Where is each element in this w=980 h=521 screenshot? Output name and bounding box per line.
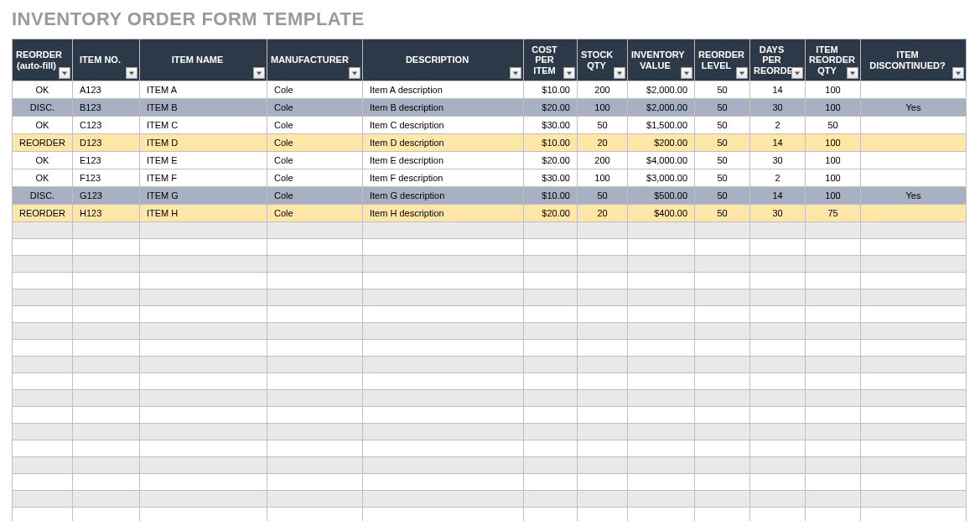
cell-empty[interactable] [806,306,861,323]
cell-empty[interactable] [861,407,967,424]
cell-empty[interactable] [578,340,628,357]
cell-empty[interactable] [578,440,628,457]
cell-item-name[interactable]: ITEM C [140,117,267,134]
cell-empty[interactable] [861,440,967,457]
cell-empty[interactable] [73,357,140,373]
cell-empty[interactable] [363,323,524,340]
table-row[interactable]: DISC.B123ITEM BColeItem B description$20… [13,99,967,117]
cell-empty[interactable] [13,256,73,273]
cell-empty[interactable] [363,340,524,357]
cell-empty[interactable] [628,474,695,491]
cell-empty[interactable] [524,390,578,407]
cell-empty[interactable] [140,323,267,340]
cell-empty[interactable] [13,357,73,373]
cell-item-name[interactable]: ITEM H [140,205,267,222]
cell-empty[interactable] [578,323,628,340]
cell-description[interactable]: Item G description [363,187,524,205]
cell-empty[interactable] [73,373,140,390]
cell-empty[interactable] [861,390,967,407]
cell-empty[interactable] [695,440,750,457]
cell-empty[interactable] [861,340,967,357]
table-row-empty[interactable] [13,273,967,289]
cell-empty[interactable] [267,508,363,522]
cell-empty[interactable] [695,306,750,323]
filter-dropdown-icon[interactable] [791,67,803,79]
cell-item-no[interactable]: G123 [73,187,140,205]
cell-empty[interactable] [524,289,578,306]
filter-dropdown-icon[interactable] [736,67,748,79]
cell-empty[interactable] [524,273,578,289]
cell-inventory-value[interactable]: $4,000.00 [628,152,695,169]
cell-empty[interactable] [73,273,140,289]
cell-empty[interactable] [750,289,806,306]
table-row-empty[interactable] [13,239,967,256]
table-row-empty[interactable] [13,424,967,440]
filter-dropdown-icon[interactable] [126,67,137,79]
cell-empty[interactable] [750,373,806,390]
table-row-empty[interactable] [13,390,967,407]
cell-empty[interactable] [861,373,967,390]
cell-empty[interactable] [861,256,967,273]
cell-empty[interactable] [13,508,73,522]
cell-empty[interactable] [267,340,363,357]
cell-empty[interactable] [750,222,806,239]
cell-description[interactable]: Item B description [363,99,524,117]
cell-empty[interactable] [628,239,695,256]
cell-empty[interactable] [363,239,524,256]
cell-cost-per-item[interactable]: $30.00 [524,117,578,134]
cell-empty[interactable] [628,407,695,424]
cell-days-per-reorder[interactable]: 30 [750,152,806,169]
cell-reorder-level[interactable]: 50 [695,134,750,152]
cell-empty[interactable] [73,440,140,457]
cell-empty[interactable] [524,256,578,273]
cell-empty[interactable] [524,239,578,256]
cell-empty[interactable] [73,323,140,340]
cell-stock-qty[interactable]: 200 [578,152,628,169]
cell-empty[interactable] [750,407,806,424]
cell-days-per-reorder[interactable]: 14 [750,134,806,152]
cell-empty[interactable] [140,289,267,306]
filter-dropdown-icon[interactable] [847,67,858,79]
cell-empty[interactable] [578,474,628,491]
cell-empty[interactable] [695,424,750,440]
cell-inventory-value[interactable]: $400.00 [628,205,695,222]
cell-empty[interactable] [524,306,578,323]
filter-dropdown-icon[interactable] [510,67,521,79]
cell-empty[interactable] [695,273,750,289]
cell-empty[interactable] [806,457,861,474]
cell-empty[interactable] [578,390,628,407]
cell-empty[interactable] [524,222,578,239]
cell-empty[interactable] [861,508,967,522]
cell-empty[interactable] [628,273,695,289]
cell-empty[interactable] [140,474,267,491]
cell-empty[interactable] [695,340,750,357]
table-row-empty[interactable] [13,474,967,491]
cell-empty[interactable] [73,508,140,522]
cell-empty[interactable] [806,407,861,424]
cell-empty[interactable] [750,273,806,289]
cell-item-name[interactable]: ITEM B [140,99,267,117]
cell-reorder[interactable]: REORDER [13,205,73,222]
cell-empty[interactable] [628,373,695,390]
cell-reorder[interactable]: REORDER [13,134,73,152]
cell-empty[interactable] [578,239,628,256]
cell-item-no[interactable]: A123 [73,81,140,99]
table-row[interactable]: OKA123ITEM AColeItem A description$10.00… [13,81,967,99]
table-row[interactable]: DISC.G123ITEM GColeItem G description$10… [13,187,967,205]
cell-empty[interactable] [73,424,140,440]
cell-empty[interactable] [267,407,363,424]
cell-empty[interactable] [695,508,750,522]
cell-empty[interactable] [806,222,861,239]
cell-empty[interactable] [73,340,140,357]
cell-empty[interactable] [267,306,363,323]
cell-empty[interactable] [363,390,524,407]
cell-empty[interactable] [267,474,363,491]
filter-dropdown-icon[interactable] [59,67,70,79]
cell-empty[interactable] [695,474,750,491]
cell-empty[interactable] [267,222,363,239]
cell-stock-qty[interactable]: 20 [578,205,628,222]
cell-reorder-level[interactable]: 50 [695,117,750,134]
cell-manufacturer[interactable]: Cole [267,152,363,169]
table-row-empty[interactable] [13,340,967,357]
table-row[interactable]: OKE123ITEM EColeItem E description$20.00… [13,152,967,169]
